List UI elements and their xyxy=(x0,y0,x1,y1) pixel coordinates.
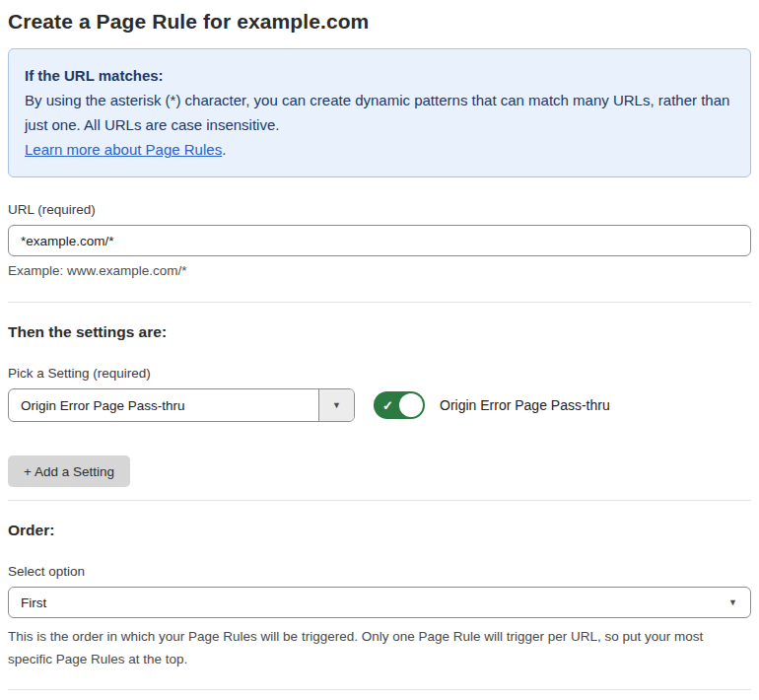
toggle-label: Origin Error Page Pass-thru xyxy=(440,397,610,413)
page-title: Create a Page Rule for example.com xyxy=(8,10,751,34)
setting-picker-row: Origin Error Page Pass-thru ▼ ✓ Origin E… xyxy=(8,388,751,422)
learn-more-link[interactable]: Learn more about Page Rules xyxy=(25,141,222,158)
info-box-link-line: Learn more about Page Rules. xyxy=(25,137,734,162)
divider xyxy=(8,689,751,690)
order-section-heading: Order: xyxy=(8,522,751,539)
order-select-label: Select option xyxy=(8,564,751,579)
info-box-body-text: By using the asterisk (*) character, you… xyxy=(25,92,729,133)
divider xyxy=(8,500,751,501)
setting-select[interactable]: Origin Error Page Pass-thru ▼ xyxy=(8,388,355,422)
info-box-body: By using the asterisk (*) character, you… xyxy=(25,88,734,137)
link-suffix: . xyxy=(222,141,226,158)
toggle-knob xyxy=(399,393,423,417)
setting-select-value: Origin Error Page Pass-thru xyxy=(9,389,318,421)
settings-section-heading: Then the settings are: xyxy=(8,323,751,341)
setting-select-caret-button[interactable]: ▼ xyxy=(318,389,354,421)
url-match-info-box: If the URL matches: By using the asteris… xyxy=(8,48,751,177)
setting-toggle[interactable]: ✓ xyxy=(374,391,425,419)
add-setting-button[interactable]: + Add a Setting xyxy=(8,455,130,487)
info-box-heading: If the URL matches: xyxy=(25,63,734,88)
pick-setting-label: Pick a Setting (required) xyxy=(8,366,751,381)
order-select[interactable]: First ▼ xyxy=(8,587,751,618)
url-input[interactable] xyxy=(8,225,751,256)
order-select-value: First xyxy=(21,595,46,610)
check-icon: ✓ xyxy=(382,398,393,413)
caret-down-icon: ▼ xyxy=(728,598,737,607)
page-rule-form: Create a Page Rule for example.com If th… xyxy=(0,0,759,700)
caret-down-icon: ▼ xyxy=(332,401,341,410)
url-field-label: URL (required) xyxy=(8,202,751,217)
order-helper-text: This is the order in which your Page Rul… xyxy=(8,625,737,670)
url-example-helper: Example: www.example.com/* xyxy=(8,263,751,278)
divider xyxy=(8,302,751,303)
